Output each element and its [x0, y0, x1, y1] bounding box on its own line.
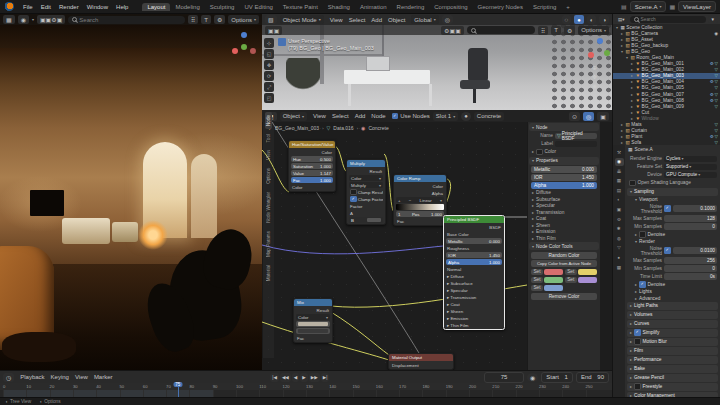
sidebar-tab-view[interactable]: View [265, 147, 272, 163]
checkbox[interactable] [634, 329, 641, 336]
current-frame-field[interactable]: 75 [484, 372, 524, 383]
sampling-sub-denoise[interactable]: ▸Denoise [635, 281, 714, 288]
sampling-panel-header[interactable]: ▾Sampling [627, 188, 718, 196]
shading-solid-icon[interactable]: ● [574, 15, 584, 24]
bsdf-section-specular[interactable]: ▸ Specular [446, 287, 502, 293]
value-field[interactable]: 0 [664, 223, 717, 230]
expand-icon[interactable]: ▸ [630, 116, 634, 121]
viewport-menu-view[interactable]: View [327, 17, 346, 23]
denoise-checkbox[interactable] [639, 231, 646, 238]
shader-menu-select[interactable]: Select [329, 113, 352, 119]
ramp-del-icon[interactable]: − [409, 198, 412, 203]
node-material-output[interactable]: Material Output Displacement [388, 353, 454, 370]
hsv-row-saturation[interactable]: Saturation1.000 [291, 163, 333, 169]
tool-button-3[interactable]: ⟳ [264, 71, 274, 81]
orientation-dropdown[interactable]: Global▾ [411, 15, 438, 24]
node-mix-small[interactable]: Mix Result Color▾ Fac [293, 298, 333, 343]
sidebar-section-coat[interactable]: ▸Coat [532, 216, 596, 221]
navigation-gizmo[interactable] [232, 32, 256, 56]
text-tool-icon[interactable]: T [201, 15, 211, 24]
hsv-row-value[interactable]: Value1.147 [291, 170, 333, 176]
frame-start-field[interactable]: Start 1 [541, 372, 573, 383]
play-reverse-button[interactable]: ◀ [292, 373, 299, 382]
expand-icon[interactable]: ▾ [625, 55, 629, 60]
set-color-button[interactable]: Set [565, 277, 577, 284]
viewport-menu-object[interactable]: Object [385, 17, 408, 23]
snap-icon[interactable]: ◎ [583, 112, 594, 121]
sidebar-prop-alpha[interactable]: Alpha1.000 [531, 182, 597, 189]
node-name-field[interactable]: ▽Principled BSDF [555, 133, 597, 140]
value-field[interactable]: 0 [664, 265, 717, 272]
workspace-tab-sculpting[interactable]: Sculpting [205, 3, 240, 11]
hsv-row-hue[interactable]: Hue0.500 [291, 156, 333, 162]
sidebar-prop-ior[interactable]: IOR1.450 [531, 174, 597, 181]
bsdf-section-transmission[interactable]: ▸ Transmission [446, 294, 502, 300]
use-nodes-toggle[interactable]: Use Nodes [392, 113, 430, 120]
sidebar-prop-metallic[interactable]: Metallic0.000 [531, 166, 597, 173]
panel-light-paths[interactable]: ▸Light Paths [627, 302, 718, 310]
remove-color-button[interactable]: Remove Color [531, 293, 597, 300]
checkbox[interactable] [634, 338, 641, 345]
clamp-result-checkbox[interactable] [350, 189, 357, 195]
properties-tab-11[interactable]: ● [615, 254, 624, 262]
properties-tab-3[interactable]: ▦ [615, 177, 624, 185]
node-hue-saturation-value[interactable]: Hue/Saturation/Value Color Hue0.500Satur… [288, 140, 336, 192]
tool-button-0[interactable]: ⊹ [264, 38, 274, 48]
overlay-toggle-icons[interactable]: ▣▣⚙▣ [37, 15, 65, 24]
expand-icon[interactable]: ▸ [620, 122, 624, 127]
gizmos-icon[interactable]: ⠿ [538, 26, 548, 35]
value-field[interactable]: 128 [664, 215, 717, 222]
editor-type-icon[interactable]: ▦ [3, 15, 15, 24]
navigation-gizmo[interactable] [588, 38, 612, 62]
node-color-checkbox[interactable] [536, 149, 543, 156]
viewport-menu-add[interactable]: Add [368, 17, 385, 23]
set-color-button[interactable]: Set [531, 277, 543, 284]
sidebar-section-emission[interactable]: ▸Emission [532, 229, 596, 234]
value-field[interactable]: 0.0100 [673, 247, 718, 254]
checkbox[interactable] [634, 383, 641, 390]
properties-tab-5[interactable]: ◐ [615, 196, 624, 204]
settings-gear-icon[interactable]: ⚙ [214, 15, 225, 24]
color-ramp-gradient[interactable] [396, 204, 444, 210]
random-color-button[interactable]: Random Color [531, 252, 597, 259]
sidebar-tab-node-wrangler[interactable]: Node Wrangler [265, 189, 272, 226]
tool-button-5[interactable]: ◰ [264, 93, 274, 103]
panel-volumes[interactable]: ▸Volumes [627, 311, 718, 319]
properties-tab-10[interactable]: ▽ [615, 244, 624, 252]
sampling-sub-lights[interactable]: ▸Lights [635, 289, 714, 294]
value-field[interactable]: 0.1000 [673, 205, 718, 212]
expand-icon[interactable]: ▸ [630, 110, 634, 115]
timeline-menu-marker[interactable]: Marker [91, 374, 116, 380]
osl-checkbox[interactable] [629, 180, 636, 187]
node-mix-multiply[interactable]: Multiply Result Color▾ Multiply▾ Clamp R… [346, 159, 386, 225]
overlay-icon[interactable]: ▣ [597, 112, 609, 121]
checkbox[interactable] [664, 205, 671, 212]
jump-start-button[interactable]: |◀ [270, 373, 279, 382]
bsdf-row-alpha[interactable]: Alpha1.000 [446, 259, 502, 265]
play-button[interactable]: ▶ [300, 373, 307, 382]
options-dropdown[interactable]: Options▾ [578, 26, 609, 35]
shading-rendered-icon[interactable]: ◑ [599, 15, 609, 24]
sidebar-tab-options[interactable]: Options [265, 165, 272, 187]
auto-key-icon[interactable]: ◉ [527, 373, 538, 382]
sidebar-tab-tool[interactable]: Tool [265, 131, 272, 145]
expand-icon[interactable]: ▸ [620, 37, 624, 42]
bsdf-section-thin-film[interactable]: ▸ Thin Film [446, 322, 502, 328]
color-swatch[interactable] [544, 277, 563, 284]
material-name-field[interactable]: Concrete [474, 112, 504, 121]
properties-tab-12[interactable]: ▩ [615, 263, 624, 271]
text-icon[interactable]: T [551, 26, 561, 35]
viewport-subpanel-header[interactable]: ▾Viewport [635, 197, 714, 202]
node-color-tools-header[interactable]: ▾Node Color Tools [529, 242, 599, 250]
rendered-viewport[interactable]: ▦ ◉ ▾ ▣▣⚙▣ Search ⠿ T ⚙ Options▾ [0, 14, 262, 370]
expand-icon[interactable]: ▸ [630, 104, 634, 109]
tool-button-2[interactable]: ✥ [264, 60, 274, 70]
panel-performance[interactable]: ▸Performance [627, 356, 718, 364]
axis-x-dot[interactable] [232, 48, 238, 54]
set-color-button[interactable]: Set [531, 285, 543, 292]
properties-tab-1[interactable]: ◉ [615, 158, 624, 166]
viewport-search-input[interactable] [467, 26, 535, 34]
sidebar-tab-map-params[interactable]: Map Params [265, 228, 272, 260]
snap-magnet-icon[interactable]: ◎ [442, 15, 453, 24]
expand-icon[interactable]: ▸ [620, 134, 624, 139]
